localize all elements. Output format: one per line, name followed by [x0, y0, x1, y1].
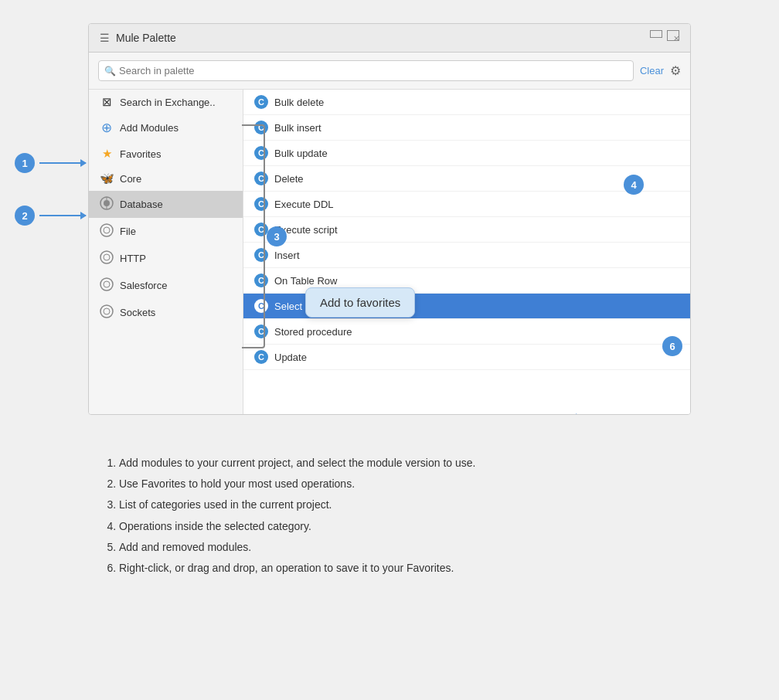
- op-insert[interactable]: C Insert: [243, 243, 690, 268]
- sidebar-item-favorites[interactable]: ★ Favorites: [89, 141, 243, 166]
- sidebar: ⊠ Search in Exchange.. ⊕ Add Modules ★ F…: [89, 90, 243, 414]
- svg-point-8: [100, 305, 113, 318]
- add-to-favorites-tooltip: Add to favorites: [305, 287, 415, 318]
- svg-point-6: [100, 278, 113, 291]
- hamburger-icon: ☰: [100, 32, 110, 44]
- arrow-2: [39, 215, 86, 216]
- search-wrapper: 🔍: [98, 60, 634, 81]
- left-annotations: 1 2: [15, 153, 86, 226]
- instruction-3: List of categories used in the current p…: [119, 495, 675, 515]
- op-bulk-update[interactable]: C Bulk update: [243, 141, 690, 166]
- sidebar-bracket: 3: [242, 124, 265, 348]
- outer-container: 1 2 ☰ Mule Palette × 🔍 Clear ⚙: [88, 23, 691, 587]
- core-icon: 🦋: [100, 172, 114, 185]
- core-label: Core: [120, 173, 141, 185]
- op-execute-ddl[interactable]: C Execute DDL: [243, 192, 690, 217]
- arrow-1: [39, 162, 86, 164]
- settings-gear-icon[interactable]: ⚙: [670, 63, 681, 78]
- op-update[interactable]: C Update: [243, 345, 690, 370]
- instruction-1: Add modules to your current project, and…: [119, 454, 675, 473]
- exchange-icon: ⊠: [100, 95, 114, 109]
- instruction-2: Use Favorites to hold your most used ope…: [119, 474, 675, 494]
- op-label: Insert: [274, 250, 300, 261]
- badge-4: 4: [624, 175, 644, 195]
- op-label: On Table Row: [274, 275, 337, 287]
- file-label: File: [120, 226, 136, 237]
- sidebar-item-file[interactable]: File: [89, 218, 243, 245]
- clear-button[interactable]: Clear: [640, 65, 664, 76]
- instruction-5: Add and removed modules.: [119, 538, 675, 557]
- badge-6: 6: [662, 336, 682, 356]
- add-modules-label: Add Modules: [120, 122, 179, 134]
- sidebar-item-http[interactable]: HTTP: [89, 245, 243, 272]
- database-label: Database: [120, 199, 163, 210]
- minimize-button[interactable]: [650, 30, 662, 38]
- window-controls: [650, 30, 679, 41]
- file-icon: [100, 223, 114, 240]
- panel-title: Mule Palette: [116, 32, 667, 44]
- instruction-4: Operations inside the selected category.: [119, 517, 675, 536]
- op-icon: C: [254, 350, 268, 364]
- panel-header: ☰ Mule Palette ×: [89, 24, 690, 53]
- maximize-button[interactable]: [667, 30, 679, 41]
- sockets-icon: [100, 304, 114, 321]
- op-label: Bulk delete: [274, 97, 324, 108]
- svg-line-10: [576, 414, 630, 415]
- database-icon: [100, 196, 114, 212]
- add-modules-icon: ⊕: [100, 120, 114, 136]
- favorites-label: Favorites: [120, 148, 161, 160]
- salesforce-label: Salesforce: [120, 280, 167, 291]
- sidebar-item-exchange[interactable]: ⊠ Search in Exchange..: [89, 90, 243, 114]
- instructions-section: Add modules to your current project, and…: [88, 446, 691, 587]
- op-bulk-delete[interactable]: C Bulk delete: [243, 90, 690, 115]
- http-icon: [100, 250, 114, 267]
- search-icon: 🔍: [104, 66, 116, 76]
- instructions-list: Add modules to your current project, and…: [104, 454, 675, 578]
- http-label: HTTP: [120, 253, 146, 264]
- badge-3: 3: [267, 226, 287, 246]
- favorites-icon: ★: [100, 147, 114, 161]
- op-label: Execute DDL: [274, 199, 334, 210]
- op-icon: C: [254, 95, 268, 109]
- sidebar-item-database[interactable]: Database: [89, 191, 243, 218]
- mule-palette-panel: ☰ Mule Palette × 🔍 Clear ⚙ 5: [88, 23, 691, 415]
- sidebar-item-core[interactable]: 🦋 Core: [89, 166, 243, 191]
- annotation-4-container: 4: [624, 175, 644, 195]
- svg-point-7: [104, 281, 110, 287]
- op-label: Update: [274, 352, 307, 363]
- svg-point-5: [104, 254, 110, 260]
- badge-2: 2: [15, 206, 35, 226]
- op-label: Bulk update: [274, 148, 328, 159]
- op-select[interactable]: C Select Add to favorites: [243, 294, 690, 319]
- annotation-1: 1: [15, 153, 86, 173]
- main-content: ⊠ Search in Exchange.. ⊕ Add Modules ★ F…: [89, 90, 690, 414]
- salesforce-icon: [100, 277, 114, 294]
- annotation-6-container: 6: [662, 336, 682, 356]
- search-input[interactable]: [98, 60, 634, 81]
- search-bar: 🔍 Clear ⚙: [89, 53, 690, 90]
- exchange-label: Search in Exchange..: [120, 97, 216, 108]
- sidebar-item-salesforce[interactable]: Salesforce: [89, 272, 243, 299]
- sockets-label: Sockets: [120, 307, 155, 318]
- svg-point-2: [100, 224, 113, 236]
- op-label: Stored procedure: [274, 326, 352, 338]
- op-label: Delete: [274, 173, 304, 185]
- op-bulk-insert[interactable]: C Bulk insert: [243, 115, 690, 141]
- op-stored-procedure[interactable]: C Stored procedure: [243, 319, 690, 345]
- svg-point-4: [100, 251, 113, 263]
- annotation-2: 2: [15, 206, 86, 226]
- sidebar-item-sockets[interactable]: Sockets: [89, 299, 243, 326]
- instruction-6: Right-click, or drag and drop, an operat…: [119, 559, 675, 578]
- op-select-label: Select: [274, 301, 302, 312]
- operations-panel: 4 C Bulk delete C Bulk insert C Bulk upd…: [243, 90, 690, 414]
- badge-1: 1: [15, 153, 35, 173]
- svg-point-3: [104, 227, 110, 233]
- sidebar-item-add-modules[interactable]: ⊕ Add Modules: [89, 114, 243, 141]
- svg-point-9: [104, 308, 110, 314]
- op-label: Bulk insert: [274, 122, 321, 134]
- op-execute-script[interactable]: C Execute script: [243, 217, 690, 243]
